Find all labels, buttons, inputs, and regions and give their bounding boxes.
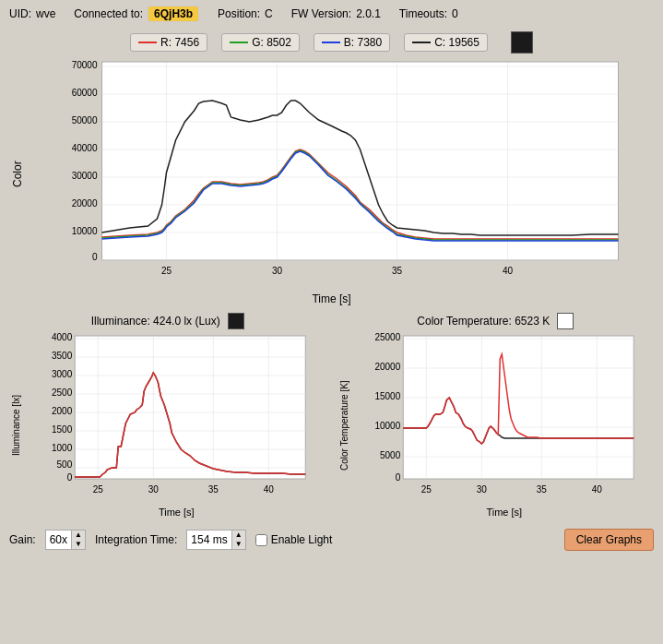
svg-text:1500: 1500 [52,424,73,435]
svg-text:0: 0 [67,472,73,483]
svg-text:500: 500 [57,459,73,470]
svg-text:3000: 3000 [52,369,73,379]
legend-g[interactable]: G: 8502 [221,33,300,52]
svg-text:40: 40 [264,484,275,495]
timeouts-label: Timeouts: [399,7,447,20]
colortemp-container: Color Temperature: 6523 K Color Temperat… [336,311,657,519]
gain-spinner[interactable]: 60x ▲ ▼ [45,530,86,550]
illuminance-y-label: Illuminance [lx] [7,331,25,519]
svg-text:20000: 20000 [374,362,400,372]
svg-text:30: 30 [148,484,160,495]
svg-text:4000: 4000 [52,332,73,342]
legend-r[interactable]: R: 7456 [130,33,207,52]
svg-text:15000: 15000 [374,391,400,401]
gain-spinner-buttons[interactable]: ▲ ▼ [71,531,85,549]
main-color-swatch[interactable] [511,31,533,54]
main-chart-svg: 70000 60000 50000 40000 30000 20000 1000… [28,57,656,288]
main-chart-container: Color 70000 60000 50000 40000 30000 2000… [0,57,663,307]
colortemp-swatch[interactable] [557,313,574,329]
uid-label: UID: [9,7,31,20]
colortemp-y-label: Color Temperature [K] [336,331,353,519]
integration-spinner-buttons[interactable]: ▲ ▼ [231,531,245,549]
illuminance-chart-wrapper: Illuminance [lx] 4000 3500 3000 2500 200… [7,331,328,519]
gain-value: 60x [46,532,71,547]
illuminance-chart-area: 4000 3500 3000 2500 2000 1500 1000 500 0 [25,331,328,519]
svg-text:25: 25 [93,484,104,495]
legend-bar: R: 7456 G: 8502 B: 7380 C: 19565 [0,28,663,57]
connected-item: Connected to: 6QjH3b [74,6,199,22]
position-value: C [265,7,273,20]
uid-item: UID: wve [9,7,55,20]
fw-item: FW Version: 2.0.1 [291,7,381,20]
gain-label: Gain: [9,533,36,546]
svg-text:10000: 10000 [374,421,400,431]
timeouts-value: 0 [452,7,458,20]
svg-text:40: 40 [591,484,602,495]
integration-up-button[interactable]: ▲ [232,531,245,540]
position-item: Position: C [218,7,273,20]
svg-text:20000: 20000 [72,198,98,209]
illuminance-header: Illuminance: 424.0 lx (Lux) [7,311,328,331]
r-line-icon [138,42,157,43]
integration-value: 154 ms [187,532,231,547]
illuminance-container: Illuminance: 424.0 lx (Lux) Illuminance … [7,311,328,519]
bottom-section: Illuminance: 424.0 lx (Lux) Illuminance … [0,311,663,519]
legend-c[interactable]: C: 19565 [404,33,488,52]
svg-text:50000: 50000 [72,115,98,125]
fw-label: FW Version: [291,7,351,20]
enable-light-checkbox[interactable] [255,534,267,546]
integration-spinner[interactable]: 154 ms ▲ ▼ [186,530,245,550]
gain-down-button[interactable]: ▼ [72,540,85,549]
svg-text:3500: 3500 [52,351,73,361]
svg-rect-0 [102,62,619,260]
svg-text:40: 40 [503,266,514,276]
g-label: G: 8502 [252,36,291,49]
legend-b[interactable]: B: 7380 [314,33,390,52]
svg-text:35: 35 [536,484,547,495]
footer-bar: Gain: 60x ▲ ▼ Integration Time: 154 ms ▲… [0,523,663,556]
svg-text:1000: 1000 [52,443,73,453]
gain-up-button[interactable]: ▲ [72,531,85,540]
enable-light-label[interactable]: Enable Light [255,533,333,546]
colortemp-svg: 25000 20000 15000 10000 5000 0 25 30 35 [353,331,657,502]
colortemp-x-label: Time [s] [353,505,657,519]
header-bar: UID: wve Connected to: 6QjH3b Position: … [0,0,663,28]
svg-text:10000: 10000 [72,226,98,236]
svg-text:35: 35 [392,266,403,276]
timeouts-item: Timeouts: 0 [399,7,458,20]
g-line-icon [230,42,248,43]
connected-value: 6QjH3b [148,6,199,22]
integration-label: Integration Time: [95,533,177,546]
colortemp-chart-wrapper: Color Temperature [K] 25000 20000 15000 … [336,331,657,519]
main-y-axis-label: Color [7,57,28,291]
illuminance-x-label: Time [s] [25,505,328,519]
svg-text:25: 25 [161,266,172,276]
svg-text:2500: 2500 [52,388,73,398]
connected-label: Connected to: [74,7,143,20]
colortemp-header: Color Temperature: 6523 K [336,311,657,331]
svg-text:35: 35 [208,484,219,495]
position-label: Position: [218,7,260,20]
main-chart-area: 70000 60000 50000 40000 30000 20000 1000… [28,57,656,291]
illuminance-swatch[interactable] [228,313,244,329]
main-chart-wrapper: Color 70000 60000 50000 40000 30000 2000… [7,57,656,291]
svg-text:25: 25 [420,484,432,495]
integration-down-button[interactable]: ▼ [232,540,245,549]
svg-text:60000: 60000 [72,88,98,98]
svg-text:0: 0 [395,472,400,483]
svg-text:70000: 70000 [72,60,98,70]
b-label: B: 7380 [344,36,382,49]
svg-text:25000: 25000 [374,332,400,342]
illuminance-svg: 4000 3500 3000 2500 2000 1500 1000 500 0 [25,331,328,502]
colortemp-chart-area: 25000 20000 15000 10000 5000 0 25 30 35 [353,331,657,519]
svg-text:5000: 5000 [380,450,401,460]
b-line-icon [322,42,340,43]
colortemp-label: Color Temperature: 6523 K [417,315,550,328]
enable-light-text: Enable Light [271,533,333,546]
svg-text:30: 30 [476,484,487,495]
svg-text:0: 0 [92,252,98,262]
clear-graphs-button[interactable]: Clear Graphs [564,529,654,551]
svg-text:30000: 30000 [72,171,98,181]
svg-text:30: 30 [272,266,283,276]
svg-rect-51 [403,336,633,479]
